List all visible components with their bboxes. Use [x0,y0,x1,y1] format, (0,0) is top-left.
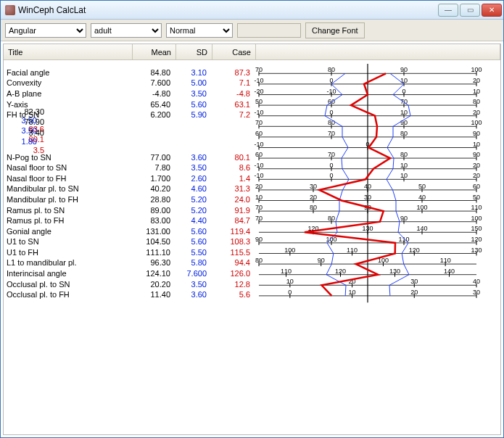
svg-text:0: 0 [288,289,292,296]
svg-text:10: 10 [349,289,356,296]
svg-text:60: 60 [255,151,263,158]
svg-text:0: 0 [329,109,333,116]
svg-text:10: 10 [400,77,408,84]
svg-text:90: 90 [400,215,408,222]
svg-text:80: 80 [400,151,408,158]
svg-text:30: 30 [364,194,371,201]
svg-text:10: 10 [400,172,408,179]
svg-text:10: 10 [255,194,263,201]
header-sd[interactable]: SD [176,44,212,59]
svg-text:110: 110 [281,268,292,275]
svg-text:70: 70 [328,151,335,158]
svg-text:-10: -10 [254,172,263,179]
svg-text:120: 120 [335,268,346,275]
svg-text:0: 0 [329,162,333,169]
svg-text:20: 20 [310,194,317,201]
svg-text:70: 70 [255,119,263,126]
svg-text:10: 10 [473,88,480,95]
svg-text:80: 80 [310,204,317,211]
svg-text:30: 30 [410,278,418,285]
svg-text:70: 70 [328,130,335,137]
svg-text:-20: -20 [254,88,263,95]
svg-text:130: 130 [471,247,482,254]
svg-text:0: 0 [329,172,333,179]
graph-overlay: 708090100-1001020-20-1001050607080-10010… [4,60,484,304]
maximize-button[interactable]: ▭ [460,4,480,17]
svg-text:70: 70 [255,66,263,73]
svg-text:130: 130 [389,268,400,275]
svg-text:30: 30 [310,183,317,190]
svg-text:80: 80 [255,257,263,264]
toolbar: Angular adult Normal Change Font [1,20,503,41]
svg-text:80: 80 [328,119,335,126]
svg-text:90: 90 [255,236,263,243]
svg-text:80: 80 [328,215,335,222]
svg-text:20: 20 [473,162,480,169]
table-header: Title Mean SD Case [4,44,500,60]
svg-text:-10: -10 [254,162,263,169]
svg-text:-10: -10 [326,88,336,95]
svg-text:120: 120 [409,247,420,254]
svg-text:110: 110 [471,204,482,211]
header-mean[interactable]: Mean [133,44,176,59]
svg-text:90: 90 [318,257,325,264]
toolbar-spacer [237,23,301,38]
svg-text:10: 10 [400,109,408,116]
svg-text:100: 100 [471,119,482,126]
svg-text:20: 20 [473,77,480,84]
header-graph [256,44,500,59]
svg-text:110: 110 [398,236,409,243]
svg-text:20: 20 [410,289,418,296]
category-select[interactable]: Angular [5,23,86,38]
age-select[interactable]: adult [91,23,162,38]
svg-text:40: 40 [418,194,426,201]
content-area: Title Mean SD Case Facial angle 84.80 3.… [3,44,501,435]
svg-text:10: 10 [400,162,408,169]
svg-text:80: 80 [473,98,480,105]
header-case[interactable]: Case [212,44,256,59]
norm-select[interactable]: Normal [166,23,233,38]
svg-text:10: 10 [286,278,294,285]
svg-text:100: 100 [471,215,482,222]
svg-text:-10: -10 [254,141,263,148]
header-title[interactable]: Title [4,44,133,59]
svg-text:90: 90 [473,151,480,158]
svg-text:130: 130 [362,225,373,232]
svg-text:20: 20 [473,172,480,179]
svg-text:40: 40 [473,278,480,285]
svg-text:30: 30 [473,289,480,296]
titlebar: WinCeph CalcLat — ▭ ✕ [1,1,503,20]
app-icon [5,5,15,15]
svg-text:10: 10 [473,141,480,148]
svg-text:100: 100 [471,66,482,73]
svg-text:40: 40 [364,183,371,190]
svg-text:50: 50 [255,98,263,105]
svg-text:140: 140 [444,268,455,275]
svg-text:0: 0 [402,88,405,95]
svg-text:60: 60 [473,183,480,190]
svg-text:50: 50 [418,183,426,190]
svg-text:70: 70 [255,204,263,211]
svg-text:100: 100 [416,204,427,211]
svg-text:60: 60 [255,130,263,137]
svg-text:-10: -10 [254,77,263,84]
close-button[interactable]: ✕ [482,4,502,17]
svg-text:140: 140 [416,225,427,232]
svg-text:-10: -10 [254,109,263,116]
svg-text:80: 80 [400,130,408,137]
svg-text:90: 90 [473,130,480,137]
svg-text:90: 90 [400,66,408,73]
svg-text:70: 70 [255,215,263,222]
svg-text:20: 20 [255,183,263,190]
svg-text:110: 110 [347,247,358,254]
window-title: WinCeph CalcLat [18,5,86,15]
svg-text:110: 110 [440,257,451,264]
svg-text:150: 150 [471,225,482,232]
minimize-button[interactable]: — [438,4,458,17]
svg-text:50: 50 [473,194,480,201]
svg-text:100: 100 [284,247,295,254]
app-window: WinCeph CalcLat — ▭ ✕ Angular adult Norm… [0,0,504,438]
svg-text:20: 20 [473,109,480,116]
change-font-button[interactable]: Change Font [305,22,365,38]
svg-text:90: 90 [400,119,408,126]
